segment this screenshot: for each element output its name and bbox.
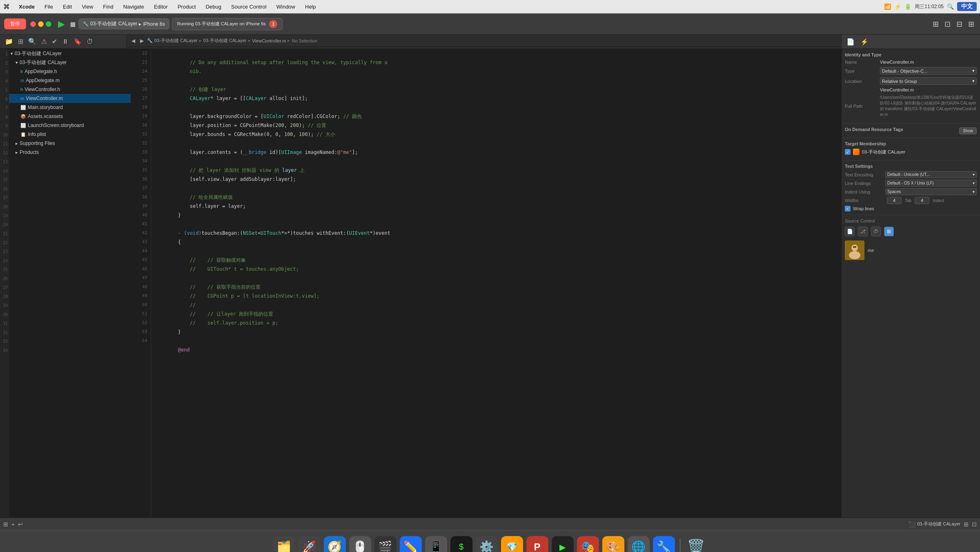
dock-trash[interactable]: 🗑️ [685,536,707,552]
bottom-split-icon[interactable]: ⊡ [972,521,977,528]
breadcrumb-folder[interactable]: 03-手动创建 CALayer [203,38,247,44]
code-editor[interactable]: 22 23 24 25 26 27 28 29 30 31 32 33 34 3… [131,49,841,518]
encoding-dropdown[interactable]: Default - Unicode (UT... ▾ [885,171,977,178]
tree-viewcontroller-m[interactable]: m ViewController.m [9,94,131,103]
test-nav-icon[interactable]: ✔ [50,36,59,47]
sc-grid-icon[interactable]: ⊞ [884,227,894,236]
dock-terminal[interactable]: $ [450,536,472,552]
bottom-back-icon[interactable]: ↩ [18,521,23,528]
tree-supporting-files[interactable]: ▸ Supporting Files [9,139,131,148]
menu-window[interactable]: Window [272,3,299,11]
tree-appdelegate-h[interactable]: h AppDelegate.h [9,67,131,76]
dock-system-prefs[interactable]: ⚙️ [476,536,498,552]
debug-nav-icon[interactable]: ⏸ [60,36,70,47]
filename-value: ViewController.m [880,87,977,92]
dock-finder[interactable]: 🗂️ [273,536,295,552]
dock-term2[interactable]: ▶ [552,536,574,552]
history-nav-icon[interactable]: ⏱ [85,36,95,47]
layout-btn-3[interactable]: ⊟ [955,18,964,30]
tree-viewcontroller-h[interactable]: h ViewController.h [9,85,131,94]
bottom-layout-icon[interactable]: ⊞ [3,521,8,528]
scheme-selector[interactable]: 🔧 03-手动创建 CALayer ▸ iPhone 6s [78,18,169,29]
menu-navigate[interactable]: Navigate [119,3,148,11]
minimize-button[interactable] [38,21,44,27]
tree-assets[interactable]: 📦 Assets.xcassets [9,112,131,121]
back-btn[interactable]: ◀ [130,36,137,45]
menu-help[interactable]: Help [301,3,320,11]
tab-width-input[interactable] [887,197,902,204]
indent-using-dropdown[interactable]: Spaces ▾ [885,188,977,195]
code-line-25: CALayer* layer = [[CALayer alloc] init]; [154,85,838,94]
dock-safari[interactable]: 🧭 [324,536,346,552]
close-button[interactable] [30,21,36,27]
menu-xcode[interactable]: Xcode [15,3,39,11]
code-content[interactable]: // Do any additional setup after loading… [151,49,841,518]
tree-sub-folder[interactable]: ▾ 03-手动创建 CALayer [9,58,131,67]
scheme-icon: 🔧 [83,21,89,27]
layout-btn-2[interactable]: ⊡ [943,18,952,30]
forward-btn[interactable]: ▶ [138,36,145,45]
menu-editor[interactable]: Editor [150,3,172,11]
run-button[interactable]: ▶ [56,18,67,30]
code-line-23 [154,67,838,76]
indent-width-input[interactable] [915,197,929,204]
wrap-lines-checkbox[interactable]: ✓ [845,206,851,211]
tree-root-folder[interactable]: ▾ 03-手动创建 CALayer [9,49,131,58]
menu-debug[interactable]: Debug [202,3,225,11]
tree-appdelegate-m[interactable]: m AppDelegate.m [9,76,131,85]
target-membership-title: Target Membership [845,141,977,146]
dock-mouse[interactable]: 🖱️ [349,536,371,552]
menu-file[interactable]: File [40,3,57,11]
breadcrumb-project[interactable]: 03-手动创建 CALayer [154,38,198,44]
search-icon[interactable]: 🔍 [947,3,954,10]
sc-branch-icon[interactable]: ⎇ [858,227,868,236]
menu-product[interactable]: Product [174,3,200,11]
maximize-button[interactable] [46,21,51,27]
menu-view[interactable]: View [78,3,97,11]
inspector-btn[interactable]: ⊞ [967,18,976,30]
breadcrumb-selection[interactable]: No Selection [292,38,317,43]
dock-quicktime[interactable]: 🎬 [374,536,396,552]
target-checkbox[interactable]: ✓ [845,149,851,155]
apple-menu[interactable]: ⌘ [3,3,10,11]
tree-products[interactable]: ▸ Products [9,148,131,157]
build-stop-button[interactable]: ◼ [70,20,76,29]
type-dropdown[interactable]: Default - Objective-C... ▾ [880,67,977,75]
layout-btn-1[interactable]: ⊞ [931,18,940,30]
menu-find[interactable]: Find [99,3,117,11]
sc-clock-icon[interactable]: ⏱ [871,227,881,236]
dock-launchpad[interactable]: 🚀 [298,536,321,552]
tree-main-storyboard[interactable]: ⬜ Main.storyboard [9,103,131,112]
dock-simulator[interactable]: 📱 [425,536,447,552]
folder-nav-icon[interactable]: 📁 [3,36,15,47]
search-nav-icon[interactable]: 🔍 [27,36,38,47]
bookmark-nav-icon[interactable]: 🔖 [72,36,83,47]
stop-button[interactable]: 暂停 [4,18,26,29]
dock-browser[interactable]: 🌐 [628,536,650,552]
menu-edit[interactable]: Edit [59,3,76,11]
sc-new-icon[interactable]: 📄 [845,227,855,236]
dock-colorpicker[interactable]: 🎨 [602,536,624,552]
warning-nav-icon[interactable]: ⚠ [40,36,49,47]
bluetooth-icon: ⚡ [894,3,901,10]
menu-source-control[interactable]: Source Control [227,3,271,11]
show-tags-button[interactable]: Show [959,127,977,134]
code-line-49: // // 让layer 跑到手指的位置 [154,300,838,309]
source-nav-icon[interactable]: ⊞ [16,36,25,47]
dock-sketch[interactable]: 💎 [501,536,523,552]
inspector-file-icon[interactable]: 📄 [845,36,856,47]
dock-xcode-pencil[interactable]: ✏️ [400,536,422,552]
location-dropdown[interactable]: Relative to Group ▾ [880,77,977,85]
breadcrumb-file[interactable]: ViewController.m [252,38,286,43]
tree-info-plist[interactable]: 📋 Info.plist [9,130,131,139]
dock-xcode2[interactable]: 🔧 [653,536,675,552]
dock-p-app[interactable]: P [526,536,548,552]
inspector-quick-icon[interactable]: ⚡ [859,36,870,47]
bottom-add-icon[interactable]: + [11,521,15,528]
input-method-btn[interactable]: 中文 [957,2,977,11]
dock-media[interactable]: 🎭 [577,536,599,552]
line-endings-dropdown[interactable]: Default - OS X / Unix (LF) ▾ [885,180,977,187]
tree-launch-storyboard[interactable]: ⬜ LaunchScreen.storyboard [9,121,131,130]
bottom-scheme-icon[interactable]: ⬛ [909,521,915,528]
bottom-layout-btn[interactable]: ⊞ [964,521,969,528]
